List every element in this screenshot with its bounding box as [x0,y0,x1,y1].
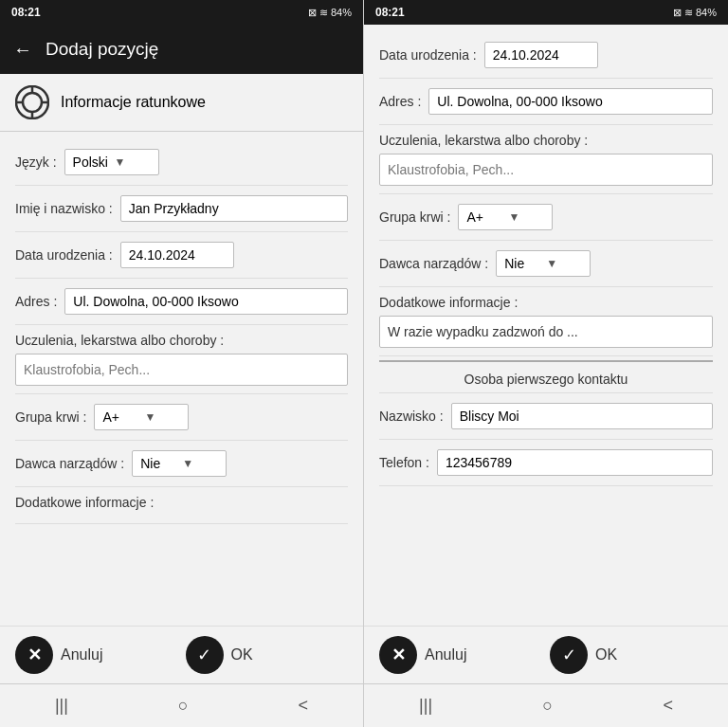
svg-point-1 [23,93,42,112]
adres-input[interactable] [64,288,348,315]
left-panel: 08:21 ⊠ ≋ 84% ← Dodaj pozycję Informacje… [0,0,364,727]
left-bottom-buttons: ✕ Anuluj ✓ OK [0,626,363,683]
data-input[interactable] [120,242,234,268]
right-grupa-label: Grupa krwi : [379,209,450,225]
left-cancel-label[interactable]: Anuluj [61,646,178,663]
right-battery-icon: ⊠ ≋ 84% [673,7,717,19]
right-scroll-content: Data urodzenia : Adres : Uczulenia, leka… [364,25,728,626]
right-dawca-value: Nie [504,256,540,271]
left-status-bar: 08:21 ⊠ ≋ 84% [0,0,363,25]
contact-section-header: Osoba pierwszego kontaktu [379,360,713,393]
jezyk-label: Język : [15,154,57,170]
rescue-info-icon [15,85,49,119]
right-nav-home-button[interactable]: ○ [519,692,575,719]
left-nav-menu-button[interactable]: ||| [32,692,91,719]
right-ok-label[interactable]: OK [595,646,713,663]
back-arrow-icon[interactable]: ← [13,39,32,61]
right-grupa-row: Grupa krwi : A+ ▼ [379,194,713,241]
right-ok-check-icon: ✓ [562,645,576,665]
right-dawca-dropdown[interactable]: Nie ▼ [496,250,591,277]
right-uczulenia-label: Uczulenia, lekarstwa albo choroby : [379,133,713,148]
dawca-dropdown[interactable]: Nie ▼ [132,450,227,477]
right-uczulenia-block: Uczulenia, lekarstwa albo choroby : [379,125,713,194]
telefon-input[interactable] [437,449,713,476]
right-form: Data urodzenia : Adres : Uczulenia, leka… [364,25,728,494]
right-dawca-label: Dawca narządów : [379,256,488,271]
grupa-label: Grupa krwi : [15,409,86,425]
right-adres-input[interactable] [428,88,713,115]
jezyk-dropdown[interactable]: Polski ▼ [64,149,159,175]
right-adres-label: Adres : [379,94,421,109]
right-adres-row: Adres : [379,79,713,125]
nazwisko-input[interactable] [451,403,713,429]
telefon-label: Telefon : [379,455,429,470]
left-cancel-circle[interactable]: ✕ [15,636,53,674]
right-data-input[interactable] [484,42,598,68]
uczulenia-input[interactable] [15,354,348,386]
jezyk-row: Język : Polski ▼ [15,139,348,186]
left-nav-home-button[interactable]: ○ [155,692,211,719]
grupa-arrow-icon: ▼ [144,410,180,424]
dodatkowe-label: Dodatkowe informacje : [15,495,348,510]
left-section-title: Informacje ratunkowe [61,94,206,111]
data-row: Data urodzenia : [15,232,348,279]
right-status-icons: ⊠ ≋ 84% [673,7,717,19]
left-section-header: Informacje ratunkowe [0,74,363,132]
right-cancel-circle[interactable]: ✕ [379,636,417,674]
right-ok-circle[interactable]: ✓ [550,636,588,674]
data-label: Data urodzenia : [15,247,113,263]
right-nav-back-button[interactable]: < [640,692,696,719]
telefon-row: Telefon : [379,440,713,486]
imie-row: Imię i nazwisko : [15,186,348,232]
right-dawca-arrow-icon: ▼ [546,257,582,270]
right-nav-menu-button[interactable]: ||| [396,692,455,719]
dawca-row: Dawca narządów : Nie ▼ [15,441,348,487]
left-cancel-x-icon: ✕ [27,645,42,665]
right-uczulenia-input[interactable] [379,154,713,186]
left-battery-icon: ⊠ ≋ 84% [308,7,352,19]
right-grupa-arrow-icon: ▼ [508,210,544,224]
adres-row: Adres : [15,279,348,325]
left-page-title: Dodaj pozycję [46,39,158,60]
left-nav-back-button[interactable]: < [276,692,332,719]
uczulenia-label: Uczulenia, lekarstwa albo choroby : [15,333,348,348]
dodatkowe-block: Dodatkowe informacje : [15,487,348,524]
contact-section-title: Osoba pierwszego kontaktu [464,372,628,387]
left-nav-bar: ||| ○ < [0,683,363,727]
grupa-dropdown[interactable]: A+ ▼ [94,404,189,430]
right-data-label: Data urodzenia : [379,47,477,63]
right-dawca-row: Dawca narządów : Nie ▼ [379,241,713,287]
left-scroll-content: Informacje ratunkowe Język : Polski ▼ Im… [0,74,363,626]
nazwisko-label: Nazwisko : [379,409,444,424]
right-time: 08:21 [375,6,405,19]
dawca-value: Nie [140,456,176,471]
jezyk-value: Polski [73,154,109,170]
grupa-row: Grupa krwi : A+ ▼ [15,394,348,441]
right-dodatkowe-input[interactable] [379,316,713,348]
right-nav-bar: ||| ○ < [364,683,728,727]
left-top-bar: ← Dodaj pozycję [0,25,363,74]
left-ok-circle[interactable]: ✓ [186,636,224,674]
nazwisko-row: Nazwisko : [379,393,713,440]
right-grupa-dropdown[interactable]: A+ ▼ [458,204,553,230]
right-dodatkowe-label: Dodatkowe informacje : [379,295,713,310]
right-panel: 08:21 ⊠ ≋ 84% Data urodzenia : Adres : U… [364,0,728,727]
right-cancel-x-icon: ✕ [391,645,406,665]
left-time: 08:21 [11,6,41,19]
right-status-bar: 08:21 ⊠ ≋ 84% [364,0,728,25]
right-dodatkowe-block: Dodatkowe informacje : [379,287,713,356]
jezyk-arrow-icon: ▼ [115,155,151,169]
dawca-arrow-icon: ▼ [182,457,218,470]
right-data-row: Data urodzenia : [379,32,713,79]
left-ok-label[interactable]: OK [231,646,349,663]
right-cancel-label[interactable]: Anuluj [425,646,542,663]
adres-label: Adres : [15,294,57,309]
right-grupa-value: A+ [466,209,502,225]
left-form: Język : Polski ▼ Imię i nazwisko : Data … [0,132,363,532]
dawca-label: Dawca narządów : [15,456,124,471]
grupa-value: A+ [102,409,138,425]
left-status-icons: ⊠ ≋ 84% [308,7,352,19]
right-bottom-buttons: ✕ Anuluj ✓ OK [364,626,728,683]
imie-label: Imię i nazwisko : [15,201,113,216]
imie-input[interactable] [120,195,348,222]
